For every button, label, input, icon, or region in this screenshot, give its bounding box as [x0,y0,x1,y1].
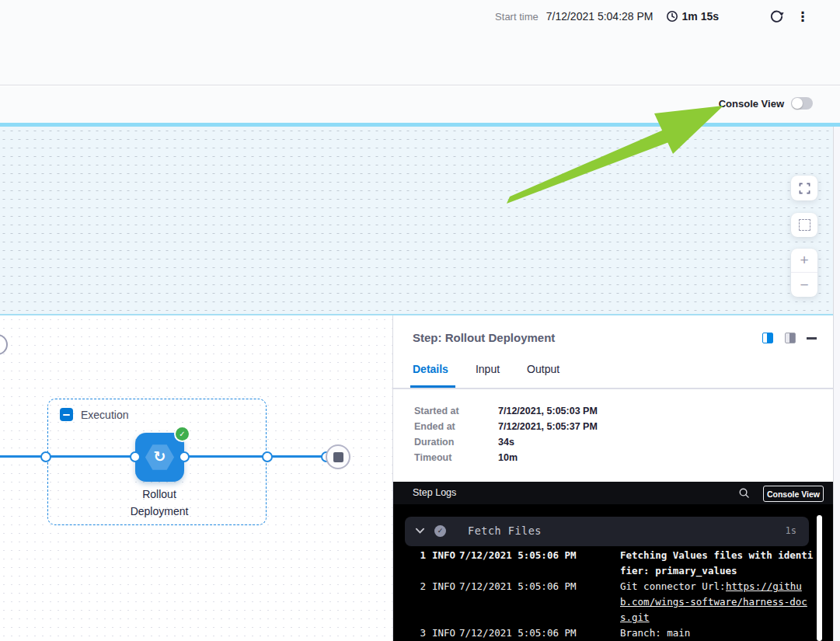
duration-value: 1m 15s [682,10,719,23]
log-level: INFO [432,580,455,592]
port [179,451,190,462]
clock-icon [666,10,678,23]
log-section-fetch-files[interactable]: ✓ Fetch Files 1s [405,517,809,546]
check-icon: ✓ [437,528,444,535]
log-line: s.git [393,610,817,625]
detail-label: Duration [414,437,498,448]
collapse-group-button[interactable] [60,408,73,421]
start-time-value: 7/12/2021 5:04:28 PM [546,10,654,23]
node-label-line1: Rollout [105,486,214,503]
stop-icon [333,452,343,462]
split-view-bottom-icon[interactable] [785,333,796,343]
success-badge: ✓ [176,427,189,441]
execution-header-bar: Start time 7/12/2021 5:04:28 PM 1m 15s ⋮ [0,0,840,85]
fullscreen-button[interactable] [791,176,817,200]
minus-icon [63,414,70,416]
port [262,451,273,462]
zoom-controls: + − [791,249,817,297]
log-message: Fetching Values files with identi [620,549,813,561]
rollout-deployment-node[interactable]: ↻ ✓ [135,433,184,482]
log-timestamp: 7/12/2021 5:05:06 PM [459,580,577,592]
duration-group: 1m 15s [666,10,719,23]
log-link[interactable]: b.com/wings-software/harness-doc [620,596,807,608]
toggle-knob [792,98,803,109]
step-logs-bar: Step Logs Console View [393,482,835,504]
log-message: Git connector Url: [620,580,731,592]
fullscreen-icon [799,183,810,194]
tab-output[interactable]: Output [527,363,559,375]
tab-details[interactable]: Details [413,363,448,375]
start-time-label: Start time [495,11,539,23]
log-line: 2 INFO 7/12/2021 5:05:06 PM Git connecto… [393,579,817,594]
log-line: 1 INFO 7/12/2021 5:05:06 PM Fetching Val… [393,548,817,563]
reset-zoom-button[interactable] [791,213,817,237]
detail-row: Ended at 7/12/2021, 5:05:37 PM [414,419,598,434]
port [130,451,141,462]
log-section-duration: 1s [786,525,796,536]
detail-value: 7/12/2021, 5:05:03 PM [498,406,598,416]
log-line: b.com/wings-software/harness-doc [393,594,817,610]
detail-row: Timeout 10m [414,450,598,465]
rollout-icon: ↻ [154,449,166,464]
log-console: ✓ Fetch Files 1s 1 INFO 7/12/2021 5:05:0… [393,504,835,641]
detail-label: Ended at [414,421,498,432]
panel-title: Step: Rollout Deployment [413,331,555,344]
end-node[interactable] [326,444,350,469]
detail-label: Started at [414,406,498,416]
detail-value: 34s [498,437,514,448]
hexagon-shape: ↻ [145,444,175,471]
detail-row: Duration 34s [414,434,598,450]
canvas-toolbar: Console View [0,86,840,123]
log-line-number: 2 [413,580,426,592]
detail-label: Timeout [414,452,498,463]
execution-group-label: Execution [81,409,128,421]
log-timestamp: 7/12/2021 5:05:06 PM [459,549,577,561]
logs-console-view-button[interactable]: Console View [763,486,824,502]
refresh-icon [769,9,784,24]
port [40,451,51,462]
step-logs-title: Step Logs [413,487,456,498]
pipeline-execution-page: Start time 7/12/2021 5:04:28 PM 1m 15s ⋮ [0,0,840,641]
tab-input[interactable]: Input [476,363,500,375]
right-edge-strip [833,127,840,641]
detail-row: Started at 7/12/2021, 5:05:03 PM [414,403,598,419]
step-graph-canvas[interactable]: Execution ↻ ✓ Rollout Deployment [0,315,392,641]
step-details-table: Started at 7/12/2021, 5:05:03 PM Ended a… [414,403,598,465]
check-icon: ✓ [179,430,185,438]
minimize-panel-button[interactable] [807,337,817,340]
log-scrollbar[interactable] [817,515,822,641]
panel-tabs: Details Input Output [413,363,559,375]
log-level: INFO [432,627,455,639]
log-line-number: 3 [413,627,426,639]
zoom-in-button[interactable]: + [791,249,817,273]
log-message: Branch: main [620,627,690,639]
previous-node-clipped [0,334,8,355]
log-level: INFO [432,549,455,561]
refresh-button[interactable] [767,7,786,26]
log-message: fier: primary_values [620,565,737,577]
log-link[interactable]: s.git [620,611,650,623]
log-section-title: Fetch Files [468,524,542,537]
chevron-down-icon [415,527,425,535]
log-line-number: 1 [413,549,426,561]
split-view-right-icon[interactable] [762,333,773,343]
more-options-button[interactable]: ⋮ [793,7,812,26]
section-success-icon: ✓ [434,525,446,537]
step-details-panel: Step: Rollout Deployment Details Input O… [392,315,834,641]
node-label-line2: Deployment [105,503,214,520]
stage-graph-canvas[interactable]: + − [0,127,833,314]
tab-bar-border [393,388,835,389]
detail-value: 7/12/2021, 5:05:37 PM [498,421,598,432]
execution-group-header: Execution [60,408,128,421]
zoom-out-button[interactable]: − [791,273,817,297]
detail-value: 10m [498,452,518,463]
console-view-label: Console View [719,98,784,110]
search-icon[interactable] [738,487,750,499]
node-label: Rollout Deployment [105,486,214,520]
marquee-icon [799,219,810,231]
log-timestamp: 7/12/2021 5:05:06 PM [459,627,577,639]
log-line: 3 INFO 7/12/2021 5:05:06 PM Branch: main [393,625,817,641]
log-link[interactable]: https://githu [726,580,802,592]
console-view-toggle[interactable] [791,97,813,110]
log-line: fier: primary_values [393,563,817,579]
